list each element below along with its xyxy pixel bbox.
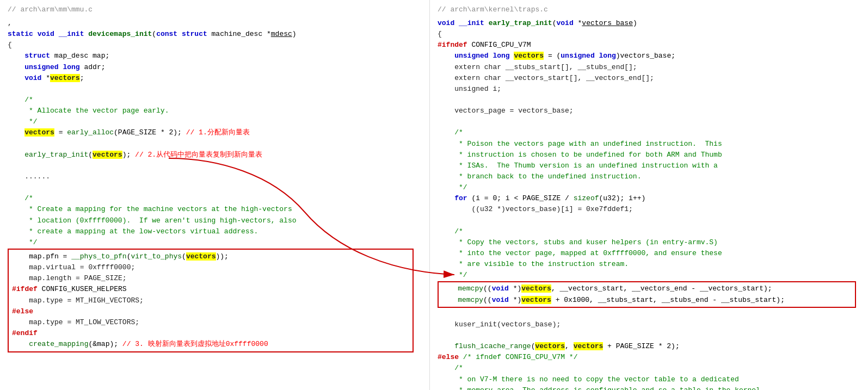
code-line: * branch back to the undefined instructi… — [438, 171, 860, 182]
code-line: /* — [8, 193, 422, 204]
code-line: memcpy((void *)vectors, __vectors_start,… — [441, 283, 853, 294]
code-line: vectors = early_alloc(PAGE_SIZE * 2); //… — [8, 127, 422, 138]
code-line — [8, 182, 422, 193]
code-line: unsigned long addr; — [8, 62, 422, 73]
code-line: * Copy the vectors, stubs and kuser help… — [438, 237, 860, 248]
code-line: #endif — [12, 328, 409, 339]
code-line: #ifndef CONFIG_CPU_V7M — [438, 40, 860, 51]
code-line: /* — [438, 226, 860, 237]
code-line: * are visible to the instruction stream. — [438, 259, 860, 270]
code-line — [8, 160, 422, 171]
code-line: * Poison the vectors page with an undefi… — [438, 139, 860, 150]
code-line: * Allocate the vector page early. — [8, 106, 422, 116]
right-panel: // arch\arm\kernel\traps.c void __init e… — [430, 0, 868, 390]
code-line: , — [8, 18, 422, 29]
code-line: /* — [438, 363, 860, 374]
left-panel: // arch\arm\mm\mmu.c , static void __ini… — [0, 0, 430, 390]
code-line — [438, 116, 860, 127]
code-line: { — [438, 29, 860, 40]
code-line: */ — [438, 182, 860, 193]
code-line — [8, 139, 422, 150]
left-file-header: // arch\arm\mm\mmu.c — [8, 5, 422, 14]
code-line: * create a mapping at the low-vectors vi… — [8, 226, 422, 237]
code-line: * memory area. The address is configurab… — [438, 385, 860, 390]
code-line: * location (0xffff0000). If we aren't us… — [8, 215, 422, 226]
code-line: * instruction is chosen to be undefined … — [438, 150, 860, 160]
code-line: * Create a mapping for the machine vecto… — [8, 204, 422, 215]
code-line: kuser_init(vectors_base); — [438, 319, 860, 330]
code-line: memcpy((void *)vectors + 0x1000, __stubs… — [441, 295, 853, 306]
code-line: */ — [438, 270, 860, 281]
code-line: unsigned long vectors = (unsigned long)v… — [438, 51, 860, 61]
code-line: */ — [8, 237, 422, 248]
code-line: map.type = MT_LOW_VECTORS; — [12, 317, 409, 328]
code-line — [438, 95, 860, 106]
code-line: */ — [8, 116, 422, 127]
code-line: map.pfn = __phys_to_pfn(virt_to_phys(vec… — [12, 251, 409, 262]
code-line: * on V7-M there is no need to copy the v… — [438, 374, 860, 385]
code-line: for (i = 0; i < PAGE_SIZE / sizeof(u32);… — [438, 193, 860, 204]
code-line: #ifdef CONFIG_KUSER_HELPERS — [12, 284, 409, 295]
right-file-header: // arch\arm\kernel\traps.c — [438, 5, 860, 14]
code-line: extern char __stubs_start[], __stubs_end… — [438, 62, 860, 73]
code-line: #else — [12, 306, 409, 317]
red-box-region-right: memcpy((void *)vectors, __vectors_start,… — [438, 281, 856, 307]
code-line — [438, 330, 860, 341]
code-line: /* — [8, 95, 422, 106]
code-line: unsigned i; — [438, 84, 860, 95]
red-box-region: map.pfn = __phys_to_pfn(virt_to_phys(vec… — [8, 249, 414, 352]
code-line: map.virtual = 0xffff0000; — [12, 262, 409, 273]
code-line: * ISAs. The Thumb version is an undefine… — [438, 160, 860, 171]
code-line: struct map_desc map; — [8, 51, 422, 61]
code-line: * into the vector page, mapped at 0xffff… — [438, 248, 860, 259]
code-line: static void __init devicemaps_init(const… — [8, 29, 422, 40]
code-line: map.length = PAGE_SIZE; — [12, 273, 409, 284]
code-line: #else /* ifndef CONFIG_CPU_V7M */ — [438, 352, 860, 363]
code-line: create_mapping(&map); // 3. 映射新向量表到虚拟地址0… — [12, 339, 409, 350]
code-line: ((u32 *)vectors_base)[i] = 0xe7fddef1; — [438, 204, 860, 215]
code-line: ...... — [8, 171, 422, 182]
code-line: { — [8, 40, 422, 51]
code-line: early_trap_init(vectors); // 2.从代码中把向量表复… — [8, 150, 422, 160]
code-line: flush_icache_range(vectors, vectors + PA… — [438, 341, 860, 352]
code-line — [8, 84, 422, 95]
code-line: vectors_page = vectors_base; — [438, 106, 860, 116]
code-line: map.type = MT_HIGH_VECTORS; — [12, 295, 409, 306]
code-line — [438, 215, 860, 226]
code-line: extern char __vectors_start[], __vectors… — [438, 73, 860, 84]
code-line: void __init early_trap_init(void *vector… — [438, 18, 860, 29]
code-line — [438, 308, 860, 319]
code-line: void *vectors; — [8, 73, 422, 84]
code-line: /* — [438, 127, 860, 138]
